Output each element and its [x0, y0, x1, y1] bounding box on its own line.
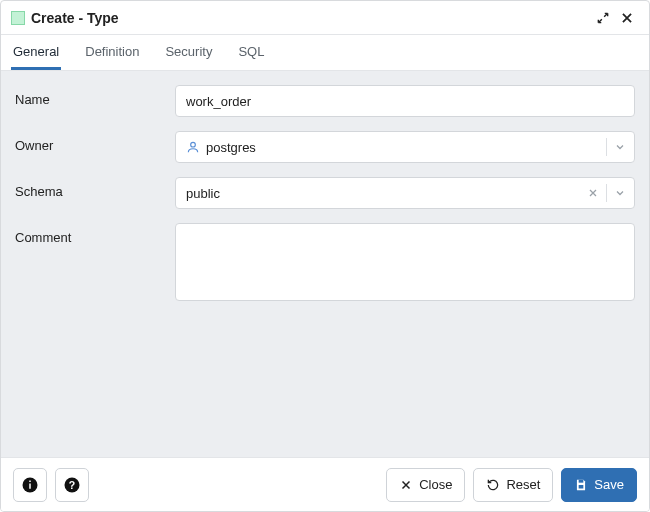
- row-comment: Comment: [15, 223, 635, 304]
- dialog-footer: ? Close Reset Save: [1, 457, 649, 511]
- type-icon: [11, 11, 25, 25]
- owner-value: postgres: [206, 140, 256, 155]
- save-button[interactable]: Save: [561, 468, 637, 502]
- tab-definition[interactable]: Definition: [83, 35, 141, 70]
- name-input[interactable]: [175, 85, 635, 117]
- label-comment: Comment: [15, 223, 175, 245]
- reset-button[interactable]: Reset: [473, 468, 553, 502]
- row-name: Name: [15, 85, 635, 117]
- svg-text:?: ?: [69, 478, 75, 490]
- schema-select[interactable]: public: [175, 177, 635, 209]
- svg-rect-2: [29, 483, 31, 488]
- close-button-label: Close: [419, 477, 452, 492]
- comment-input[interactable]: [175, 223, 635, 301]
- tab-bar: General Definition Security SQL: [1, 35, 649, 71]
- dialog-title: Create - Type: [31, 10, 119, 26]
- close-icon[interactable]: [615, 6, 639, 30]
- tab-security[interactable]: Security: [163, 35, 214, 70]
- user-icon: [186, 140, 200, 154]
- row-schema: Schema public: [15, 177, 635, 209]
- expand-icon[interactable]: [591, 6, 615, 30]
- schema-value: public: [186, 186, 220, 201]
- chevron-down-icon: [614, 141, 626, 153]
- help-button[interactable]: ?: [55, 468, 89, 502]
- chevron-down-icon: [614, 187, 626, 199]
- svg-rect-3: [29, 480, 31, 482]
- label-owner: Owner: [15, 131, 175, 153]
- tab-sql[interactable]: SQL: [236, 35, 266, 70]
- svg-point-0: [191, 142, 196, 147]
- info-button[interactable]: [13, 468, 47, 502]
- close-button[interactable]: Close: [386, 468, 465, 502]
- svg-rect-7: [579, 485, 584, 489]
- clear-icon[interactable]: [587, 187, 599, 199]
- label-schema: Schema: [15, 177, 175, 199]
- dialog-body: Name Owner postgres: [1, 71, 649, 457]
- tab-general[interactable]: General: [11, 35, 61, 70]
- dialog-header: Create - Type: [1, 1, 649, 35]
- create-type-dialog: Create - Type General Definition Securit…: [0, 0, 650, 512]
- label-name: Name: [15, 85, 175, 107]
- svg-rect-6: [579, 479, 584, 482]
- save-button-label: Save: [594, 477, 624, 492]
- row-owner: Owner postgres: [15, 131, 635, 163]
- owner-select[interactable]: postgres: [175, 131, 635, 163]
- reset-button-label: Reset: [506, 477, 540, 492]
